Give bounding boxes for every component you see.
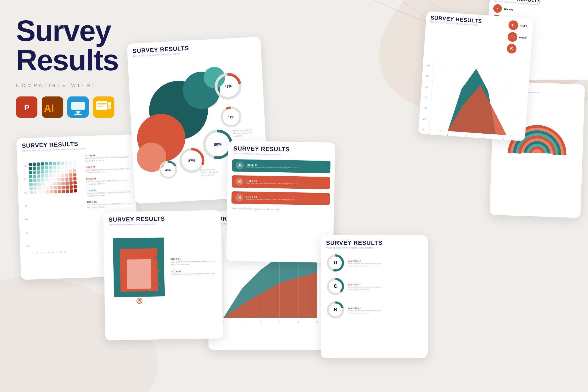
svg-text:with our professional: with our professional [200,171,218,174]
svg-rect-18 [108,106,111,109]
svg-text:5: 5 [316,321,318,324]
donut-card-subtitle: Make a big impact with our professional … [326,247,422,249]
illustrator-icon: Ai [42,96,63,118]
powerpoint-icon: P [16,96,37,118]
svg-text:slides and charts.: slides and charts. [201,174,215,176]
svg-text:4: 4 [297,321,299,324]
google-slides-icon [93,96,114,118]
svg-rect-15 [97,104,105,105]
svg-text:2: 2 [260,321,261,324]
svg-rect-14 [97,103,106,104]
svg-text:30: 30 [424,107,427,110]
svg-text:100%: 100% [153,239,163,244]
svg-text:70: 70 [427,64,430,67]
svg-text:40: 40 [425,96,428,99]
mountain-card: SURVEY RESULTS Make a big impact with ou… [418,11,533,141]
svg-text:60: 60 [426,75,429,78]
keynote-icon [67,96,89,118]
svg-line-204 [434,66,524,72]
svg-rect-16 [97,106,103,107]
svg-text:25%: 25% [154,282,161,286]
svg-text:3: 3 [279,321,280,324]
svg-text:75%: 75% [153,255,161,260]
svg-text:43%: 43% [165,168,171,172]
svg-text:47%: 47% [225,84,232,88]
compatible-label: COMPATIBLE WITH: [16,83,118,88]
page-title: Survey Results [16,16,118,75]
svg-text:Ai: Ai [44,103,54,114]
svg-rect-17 [108,102,111,106]
svg-text:D: D [334,260,337,265]
svg-point-172 [239,181,240,182]
svg-text:and charts.: and charts. [233,135,243,137]
list-card-title: SURVEY RESULTS [233,145,330,154]
svg-text:Make a big impact: Make a big impact [200,168,216,171]
svg-text:B: B [334,307,337,312]
svg-text:57%: 57% [188,158,195,163]
svg-text:0: 0 [223,321,224,324]
svg-line-202 [429,55,435,130]
svg-text:50%: 50% [154,269,161,273]
svg-text:P: P [24,103,29,112]
svg-text:1: 1 [241,321,243,324]
svg-text:C: C [334,284,337,289]
svg-rect-9 [71,102,85,110]
app-icons-row: P Ai [16,96,118,118]
svg-point-201 [511,48,512,49]
svg-text:17%: 17% [228,115,234,119]
list-card: SURVEY RESULTS Make a big impact with ou… [226,141,335,263]
donut-card: SURVEY RESULTS Make a big impact with ou… [321,235,428,358]
svg-text:20: 20 [423,118,426,121]
svg-text:80%: 80% [214,142,222,146]
svg-rect-13 [96,101,107,110]
svg-text:50: 50 [425,86,428,88]
svg-rect-199 [511,36,514,38]
svg-text:T: T [511,24,514,28]
svg-point-169 [139,300,140,301]
donut-card-title: SURVEY RESULTS [326,239,422,246]
svg-text:our professional slides: our professional slides [233,131,252,135]
svg-text:0: 0 [422,128,424,131]
